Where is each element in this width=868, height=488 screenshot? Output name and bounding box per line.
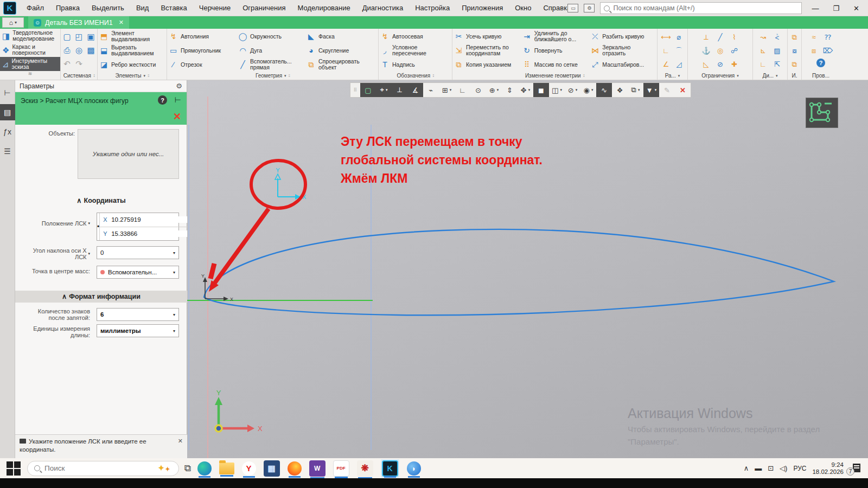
scale-button[interactable]: ⤢Масштабиров...	[589, 57, 657, 72]
section-format[interactable]: ∧Формат информации	[15, 291, 187, 303]
appearance-icon[interactable]: ❖	[612, 83, 628, 97]
modes-expand-icon[interactable]: ≋	[0, 71, 60, 76]
check-dim-icon[interactable]: ⧈	[807, 44, 821, 57]
save-icon[interactable]: ▣	[85, 30, 97, 43]
coincident-icon[interactable]: ✚	[727, 57, 742, 71]
origin-point[interactable]	[215, 425, 222, 432]
drag-handle-icon[interactable]: ⠿	[350, 83, 360, 97]
windjview-icon[interactable]: W	[309, 460, 326, 477]
trim-curve-button[interactable]: ✂Усечь кривую	[452, 29, 521, 43]
angle-constraint-icon[interactable]: ◺	[699, 57, 713, 71]
shaded-view-icon[interactable]: ◼	[533, 83, 549, 97]
parallel-icon[interactable]: ╱	[713, 30, 727, 44]
calculator-icon[interactable]: ▦	[264, 460, 280, 477]
rotate-button[interactable]: ↻Повернуть	[521, 43, 589, 57]
menu-item[interactable]: Правка	[50, 2, 86, 14]
sketch-mode-icon[interactable]: ▢	[360, 83, 376, 97]
rectangle-button[interactable]: ▭Прямоугольник	[167, 43, 237, 57]
battery-icon[interactable]: ▬	[755, 464, 762, 472]
command-search[interactable]	[600, 2, 802, 14]
mass-prop-icon[interactable]: ⇱	[770, 57, 784, 71]
chamfer-button[interactable]: ◣Фаска	[305, 29, 378, 43]
angle-snap-icon[interactable]: ∡	[407, 83, 423, 97]
edge-icon[interactable]	[197, 461, 212, 476]
menu-item[interactable]: Черчение	[193, 2, 237, 14]
command-tree-icon[interactable]: ⊢	[175, 95, 181, 104]
text-label-button[interactable]: TНадпись	[379, 57, 452, 72]
show-objects-icon[interactable]: ◉	[580, 83, 596, 97]
redo-icon[interactable]: ↷	[73, 57, 85, 70]
split-curve-button[interactable]: ⤫Разбить кривую	[589, 29, 657, 43]
airfoil-curve[interactable]	[204, 229, 834, 315]
mode-surfaces[interactable]: ❖ Каркас и поверхности	[0, 43, 60, 57]
home-button[interactable]: ⌂▾	[2, 17, 24, 28]
orient-icon[interactable]: ✥	[518, 83, 533, 97]
measure-icon[interactable]: ⩻	[770, 30, 784, 44]
zoom-icon[interactable]: ⊙	[470, 83, 486, 97]
angle-select[interactable]: 0▾	[97, 246, 179, 259]
command-help-icon[interactable]: ?	[158, 95, 167, 105]
equal-icon[interactable]: ⊘	[713, 57, 727, 71]
circle-button[interactable]: ◯Окружность	[237, 29, 305, 43]
arc-dim-icon[interactable]: ⌒	[673, 44, 686, 57]
copy-by-point-button[interactable]: ⧉Копия указанием	[452, 57, 521, 72]
y-input[interactable]	[111, 230, 195, 237]
start-button[interactable]	[5, 460, 22, 477]
taskbar-search-input[interactable]	[44, 464, 172, 472]
linear-dim-icon[interactable]: ∟	[660, 44, 673, 57]
language-indicator[interactable]: РУС	[793, 465, 806, 472]
grid-icon[interactable]: ⊞	[439, 83, 455, 97]
report-icon[interactable]: ⧉	[788, 30, 801, 44]
print-icon[interactable]: ⎙	[61, 43, 73, 57]
angle-dropdown-icon[interactable]: ▾	[88, 252, 90, 256]
rib-button[interactable]: ◪Ребро жесткости	[98, 57, 167, 72]
yandex-browser-icon[interactable]: Y	[242, 461, 256, 476]
command-close-icon[interactable]: ✕	[173, 111, 181, 123]
fillet-button[interactable]: ◕Скругление	[305, 43, 378, 57]
pdf-app-icon[interactable]: PDF	[333, 460, 349, 477]
units-select[interactable]: миллиметры▾	[97, 324, 179, 337]
perpendicular-snap-icon[interactable]: ⟂	[392, 83, 407, 97]
copilot-sparkle-icon[interactable]: ✦✦	[157, 463, 170, 474]
spline-mode-icon[interactable]: ∿	[596, 83, 612, 97]
save-as-icon[interactable]: ▩	[85, 43, 97, 57]
report2-icon[interactable]: ⧇	[788, 44, 801, 57]
section-coordinates[interactable]: ∧Координаты	[15, 196, 187, 204]
exit-sketch-button[interactable]	[806, 98, 838, 128]
segment-button[interactable]: ∕Отрезок	[167, 57, 237, 72]
graphics-app-icon[interactable]: ❋	[357, 460, 373, 477]
mode-sketch-tools[interactable]: ⊿ Инструменты эскиза	[0, 57, 60, 71]
taskbar-search[interactable]	[27, 461, 179, 476]
blue-app-icon[interactable]: ◗	[407, 461, 421, 476]
lcs-display-icon[interactable]: ⌁	[423, 83, 439, 97]
auto-dim-icon[interactable]: ⟷	[660, 30, 673, 44]
document-tab[interactable]: ⊙ Деталь БЕЗ ИМЕНИ1 ✕	[28, 16, 129, 29]
auto-centerline-button[interactable]: ↯Автоосевая	[379, 29, 452, 43]
vertical-icon[interactable]: ⌇	[727, 30, 742, 44]
area-icon[interactable]: ▨	[770, 44, 784, 57]
menu-item[interactable]: Диагностика	[356, 2, 409, 14]
extend-curve-button[interactable]: ⇥Удлинить до ближайшего о...	[521, 29, 589, 43]
mode-solid-modeling[interactable]: ◨ Твердотельное моделирование	[0, 29, 60, 43]
preview-icon[interactable]: ◎	[73, 43, 85, 57]
tray-chevron-icon[interactable]: ∧	[744, 464, 749, 472]
menu-item[interactable]: Окно	[509, 2, 537, 14]
project-object-button[interactable]: ⧉Спроецировать объект	[305, 57, 378, 72]
menu-item[interactable]: Вставка	[155, 2, 193, 14]
check-doc-icon[interactable]: ≈	[807, 30, 821, 44]
maximize-button[interactable]: ❐	[828, 4, 844, 12]
command-search-input[interactable]	[613, 4, 798, 12]
menu-item[interactable]: Ограничения	[237, 2, 291, 14]
diameter-dim-icon[interactable]: ⌀	[673, 30, 686, 44]
arc-button[interactable]: ◠Дуга	[237, 43, 305, 57]
filter-icon[interactable]: ▼	[643, 83, 659, 97]
construction-line-button[interactable]: ╱Вспомогатель... прямая	[237, 57, 305, 72]
objects-box[interactable]: Укажите один или нес...	[78, 129, 179, 179]
zoom-area-icon[interactable]: ⊕	[486, 83, 502, 97]
wireframe-view-icon[interactable]: ◫	[549, 83, 565, 97]
close-tab-icon[interactable]: ✕	[119, 19, 124, 26]
slope-dim-icon[interactable]: ◿	[673, 57, 686, 71]
perpendicular-icon[interactable]: ⟂	[699, 30, 713, 44]
volume-icon[interactable]: ◁)	[780, 464, 787, 472]
new-doc-icon[interactable]: ▢	[61, 30, 73, 43]
